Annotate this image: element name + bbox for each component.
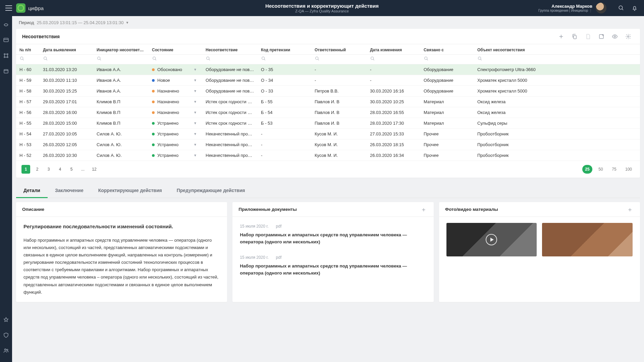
page-button[interactable]: ... <box>78 165 87 174</box>
table-row[interactable]: Н - 5326.03.2020 12:05Силов А. Ю.Устране… <box>16 139 640 150</box>
page-size-button[interactable]: 50 <box>596 165 606 174</box>
logo-mark-icon <box>16 3 25 13</box>
period-filter[interactable]: Период 25.03.2019 13:01:15 — 25.04.2019 … <box>12 16 644 29</box>
nav-item-2-icon[interactable] <box>2 36 10 44</box>
nav-item-4-icon[interactable] <box>2 67 10 75</box>
chevron-down-icon[interactable]: ▼ <box>194 68 199 71</box>
search-icon[interactable] <box>19 56 25 61</box>
document-icon[interactable] <box>582 31 594 42</box>
page-button[interactable]: 5 <box>67 165 76 174</box>
chevron-down-icon[interactable]: ▼ <box>194 78 199 82</box>
col-header[interactable]: № п/п <box>16 44 40 55</box>
search-icon[interactable] <box>206 56 211 61</box>
col-header[interactable]: Связано с <box>420 44 474 55</box>
search-icon[interactable] <box>152 56 157 61</box>
chevron-down-icon[interactable]: ▼ <box>194 143 199 146</box>
nav-users-icon[interactable] <box>2 347 10 355</box>
media-thumbnail-video[interactable] <box>446 223 537 256</box>
bell-icon[interactable] <box>630 3 639 13</box>
add-document-button[interactable]: ＋ <box>420 205 428 214</box>
document-item[interactable]: 15 июля 2020 г.pdfНабор программных и ап… <box>240 223 426 245</box>
page-button[interactable]: 4 <box>56 165 64 174</box>
nav-rail <box>0 16 12 362</box>
export-icon[interactable] <box>596 31 607 42</box>
table-row[interactable]: Н - 5427.03.2020 10:05Силов А. Ю.Устране… <box>16 129 640 139</box>
doc-date: 15 июля 2020 г. <box>240 224 268 229</box>
col-header[interactable]: Объект несоответствия <box>474 44 640 55</box>
page-size-button[interactable]: 25 <box>582 165 592 174</box>
svg-point-22 <box>478 57 481 60</box>
brand-logo[interactable]: цифра <box>16 3 44 13</box>
table-row[interactable]: Н - 5226.03.2020 10:30Силов А. Ю.Устране… <box>16 150 640 161</box>
chevron-down-icon[interactable]: ▼ <box>194 89 199 93</box>
add-media-button[interactable]: ＋ <box>626 205 634 214</box>
svg-point-13 <box>20 57 23 60</box>
brand-name: цифра <box>28 5 44 11</box>
topbar: цифра Несоответствия и корректирующит де… <box>0 0 644 16</box>
svg-point-2 <box>4 54 5 55</box>
svg-rect-9 <box>574 36 576 39</box>
search-icon[interactable] <box>261 56 266 61</box>
table-row[interactable]: Н - 5729.03.2020 17:01Климов В.ПНазначен… <box>16 97 640 107</box>
chevron-down-icon[interactable]: ▼ <box>194 132 199 136</box>
detail-tabs: ДеталиЗаключениеКорректирующие действияП… <box>16 183 640 198</box>
search-icon[interactable] <box>616 3 626 13</box>
table-row[interactable]: Н - 6031.03.2020 13:20Иванов А.А.Обоснов… <box>16 64 640 75</box>
col-header[interactable]: Несоответствие <box>202 44 258 55</box>
nav-shield-icon[interactable] <box>2 331 10 339</box>
state-label: Устранено <box>157 142 178 147</box>
col-header[interactable]: Состояние <box>149 44 202 55</box>
search-icon[interactable] <box>424 56 429 61</box>
search-icon[interactable] <box>477 56 483 61</box>
current-user[interactable]: Александр Марков Группа проведения | Ини… <box>538 4 592 12</box>
page-button[interactable]: 12 <box>90 165 99 174</box>
table-row[interactable]: Н - 5830.03.2020 15:25Иванов А.А.Назначе… <box>16 86 640 97</box>
document-item[interactable]: 15 июля 2020 г.pdfНабор программных и ап… <box>240 254 426 277</box>
svg-point-7 <box>5 349 6 351</box>
page-button[interactable]: 1 <box>21 165 30 174</box>
tab[interactable]: Заключение <box>48 183 91 198</box>
table-row[interactable]: Н - 5528.03.2020 15:00Климов В.ПУстранен… <box>16 118 640 129</box>
nav-star-icon[interactable] <box>2 316 10 324</box>
tab[interactable]: Предупреждающие действия <box>169 183 253 198</box>
nav-item-1-icon[interactable] <box>2 21 10 29</box>
col-header[interactable]: Дата выявления <box>40 44 93 55</box>
nav-item-3-icon[interactable] <box>2 52 10 60</box>
chevron-down-icon[interactable]: ▼ <box>194 100 199 104</box>
search-icon[interactable] <box>97 56 102 61</box>
svg-point-18 <box>262 57 265 60</box>
svg-point-16 <box>153 57 156 60</box>
svg-point-14 <box>44 57 47 60</box>
page-button[interactable]: 3 <box>44 165 53 174</box>
state-label: Устранено <box>157 121 178 126</box>
col-header[interactable]: Инициатор несоответствия <box>93 44 149 55</box>
search-icon[interactable] <box>315 56 320 61</box>
avatar[interactable] <box>596 3 606 13</box>
doc-title: Набор программных и аппаратных средств п… <box>240 232 426 245</box>
tab[interactable]: Детали <box>16 183 48 198</box>
media-thumbnail-image[interactable] <box>542 223 633 256</box>
svg-rect-6 <box>4 70 8 73</box>
svg-point-11 <box>614 36 616 37</box>
chevron-down-icon[interactable]: ▼ <box>194 111 199 114</box>
menu-toggle-icon[interactable] <box>5 4 13 12</box>
col-header[interactable]: Ответственный <box>311 44 367 55</box>
table-row[interactable]: Н - 5628.03.2020 16:00Климов В.ПНазначен… <box>16 107 640 118</box>
page-size-button[interactable]: 100 <box>623 165 635 174</box>
chevron-down-icon[interactable]: ▼ <box>194 154 199 157</box>
add-button[interactable] <box>555 31 567 42</box>
copy-icon[interactable] <box>569 31 580 42</box>
page-button[interactable]: 2 <box>33 165 42 174</box>
eye-icon[interactable] <box>609 31 621 42</box>
search-icon[interactable] <box>43 56 48 61</box>
svg-point-8 <box>7 349 8 351</box>
pagination: 12345...12 255075100 <box>16 161 640 178</box>
gear-icon[interactable] <box>623 31 634 42</box>
page-size-button[interactable]: 75 <box>609 165 619 174</box>
col-header[interactable]: Код претензии <box>258 44 311 55</box>
search-icon[interactable] <box>370 56 375 61</box>
col-header[interactable]: Дата изменения <box>367 44 420 55</box>
chevron-down-icon[interactable]: ▼ <box>194 121 199 125</box>
table-row[interactable]: Н - 5930.03.2020 11:10Иванов А.А.Новое▼О… <box>16 75 640 86</box>
tab[interactable]: Корректирующие действия <box>91 183 169 198</box>
